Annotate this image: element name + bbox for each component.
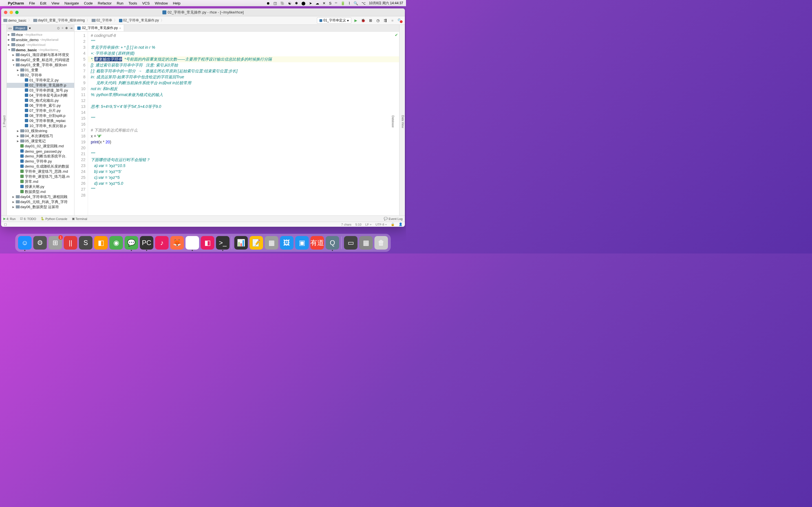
inspections-indicator[interactable]: 👤 — [399, 223, 403, 226]
dock-pycharm[interactable]: PC — [140, 236, 153, 249]
dock-wechat[interactable]: 💬 — [124, 236, 138, 249]
breadcrumbs[interactable]: demo_basic 〉 day03_变量_字符串_模块string 〉 02_… — [3, 18, 165, 23]
tree-folder[interactable]: ▶day02_变量_标志符_代码缩进 — [7, 57, 74, 62]
tray-icon[interactable]: ✕ — [322, 1, 326, 5]
tree-folder[interactable]: ▼day03_变量_字符串_模块stri — [7, 62, 74, 68]
dock-folder2[interactable]: ▦ — [359, 236, 373, 249]
tree-folder[interactable]: ▶day05_元组_列表_字典_字符 — [7, 200, 74, 205]
menu-edit[interactable]: Edit — [40, 1, 46, 5]
dock-parallels[interactable]: || — [64, 236, 77, 249]
tab-project[interactable]: 1: Project — [2, 114, 6, 129]
dock-finder[interactable]: ☺ — [18, 236, 32, 249]
dock-notes[interactable]: 📝 — [250, 236, 263, 249]
tree-file[interactable]: demo_字符串.py — [7, 159, 74, 164]
battery-icon[interactable]: 🔋 — [341, 1, 345, 5]
tree-folder[interactable]: ▶ansible_demo~/mylike/ansil — [7, 37, 74, 42]
app-name[interactable]: PyCharm — [8, 1, 24, 5]
menu-refactor[interactable]: Refactor — [98, 1, 112, 5]
dock-sublime[interactable]: S — [79, 236, 93, 249]
run-button[interactable]: ▶ — [353, 18, 359, 23]
settings-icon[interactable]: ✱ — [65, 26, 68, 30]
dock-preview[interactable]: 🖼 — [280, 236, 294, 249]
tray-icon[interactable]: ⏺ — [266, 1, 270, 5]
readonly-indicator[interactable]: 🔒 — [391, 223, 395, 226]
tree-file[interactable]: demo_判断当前系统平台. — [7, 154, 74, 159]
dock-trash[interactable]: 🗑 — [374, 236, 388, 249]
hide-icon[interactable]: ⇥ — [70, 26, 72, 30]
dock-settings[interactable]: ⚙ — [33, 236, 47, 249]
menu-tools[interactable]: Tools — [129, 1, 137, 5]
run-config-selector[interactable]: 01_字符串定义 ▾ — [317, 17, 351, 24]
menu-window[interactable]: Window — [155, 1, 168, 5]
tab-run[interactable]: ▶4: Run — [3, 217, 15, 221]
file-encoding[interactable]: UTF-8 ÷ — [375, 223, 387, 226]
tree-folder[interactable]: ▶05_课堂笔记 — [7, 138, 74, 144]
menu-file[interactable]: File — [29, 1, 35, 5]
dock-quicktime[interactable]: Q — [326, 236, 339, 249]
tree-file[interactable]: 08_字符串_分割split.p — [7, 113, 74, 118]
control-center-icon[interactable]: ⌥ — [361, 1, 366, 5]
spotlight-icon[interactable]: 🔍 — [354, 1, 358, 5]
tab-dataview[interactable]: Data View — [401, 114, 405, 129]
tree-folder[interactable]: ▶04_本次课程练习 — [7, 133, 74, 138]
tree-file[interactable]: 09_字符串替换_replac — [7, 118, 74, 123]
expand-icon[interactable]: ÷ — [61, 26, 63, 30]
cursor-position[interactable]: 5:10 — [355, 223, 361, 226]
dock-chrome[interactable]: ◎ — [186, 236, 199, 249]
dock-app2[interactable]: ♪ — [155, 236, 168, 249]
tree-folder[interactable]: ▼02_字符串 — [7, 73, 74, 78]
coverage-button[interactable]: ⊞ — [368, 18, 373, 23]
dock-app3[interactable]: ▦ — [265, 236, 278, 249]
line-separator[interactable]: LF ÷ — [365, 223, 371, 226]
tray-icon[interactable]: ✱ — [295, 1, 298, 5]
dock-launchpad[interactable]: ⊞1 — [49, 236, 62, 249]
dock-figma[interactable]: ◧ — [201, 236, 214, 249]
tree-file[interactable]: 字符串_课堂练习_练习题.m — [7, 174, 74, 179]
menu-help[interactable]: Help — [173, 1, 181, 5]
dock-monitor[interactable]: 📊 — [234, 236, 248, 249]
tree-folder[interactable]: ▶day01_项目讲解与基本环境安 — [7, 52, 74, 57]
attach-button[interactable]: ⇶ — [382, 18, 388, 23]
tree-folder[interactable]: ▶day04_字符串练习_课程回顾 — [7, 194, 74, 200]
tab-todo[interactable]: ☑6: TODO — [20, 217, 36, 221]
menubar-clock[interactable]: 10月8日 周六 14:44:37 — [369, 1, 403, 6]
dock-firefox[interactable]: 🦊 — [170, 236, 184, 249]
tree-file[interactable]: 异常.md — [7, 179, 74, 184]
profile-button[interactable]: ◷ — [375, 18, 380, 23]
tree-file[interactable]: demo_gen_passwd.py — [7, 149, 74, 154]
tray-icon[interactable]: ☁ — [315, 1, 319, 5]
tab-terminal[interactable]: ▣Terminal — [72, 217, 87, 221]
tree-file[interactable]: day01_02_课堂回顾.md — [7, 144, 74, 149]
dock-folder1[interactable]: ▭ — [344, 236, 357, 249]
tree-folder[interactable]: ▶day06_数据类型 运算符 — [7, 205, 74, 210]
tree-folder[interactable]: ▶cloud~/mylike/cloud — [7, 42, 74, 47]
tree-file[interactable]: 06_字符串_索引.py — [7, 103, 74, 108]
tree-file[interactable]: 03_字符串拼接_加号.py — [7, 88, 74, 93]
menu-code[interactable]: Code — [84, 1, 93, 5]
tree-file[interactable]: 数据类型.md — [7, 189, 74, 194]
tree-file[interactable]: demo_生成随机长度的数据 — [7, 164, 74, 169]
tree-file[interactable]: 01_字符串定义.py — [7, 78, 74, 83]
menu-navigate[interactable]: Navigate — [64, 1, 79, 5]
event-log[interactable]: 💬Event Log — [384, 217, 403, 221]
tree-folder[interactable]: ▼demo_basic~/mylike/demo_ — [7, 47, 74, 52]
code-editor[interactable]: ✔ 12345678910111213141516171819202122232… — [74, 32, 399, 216]
tray-icon[interactable]: ◫ — [273, 1, 277, 5]
dock-zoom[interactable]: ▣ — [295, 236, 309, 249]
wifi-icon[interactable]: ⌇ — [349, 1, 350, 5]
chevron-down-icon[interactable]: ▾ — [29, 26, 31, 30]
tree-file[interactable]: 10_字符串_长度比较.p — [7, 123, 74, 128]
dock-youdao[interactable]: 有道 — [310, 236, 324, 249]
dock-terminal[interactable]: >_ — [216, 236, 230, 249]
status-indicator[interactable]: ▢ — [4, 223, 7, 226]
collapse-icon[interactable]: ⊙ — [57, 26, 60, 30]
dock-wechat-work[interactable]: ◉ — [109, 236, 123, 249]
bluetooth-icon[interactable]: ⌔ — [335, 1, 337, 5]
tree-file[interactable]: 02_字符串_常见操作.p — [7, 83, 74, 88]
editor-tab[interactable]: 02_字符串_常见操作.py × — [74, 25, 124, 31]
menu-run[interactable]: Run — [117, 1, 123, 5]
tray-icon[interactable]: 🐘 — [280, 1, 285, 5]
tree-file[interactable]: 04_字符串星号及in判断 — [7, 93, 74, 98]
notification-badge[interactable] — [399, 20, 403, 24]
tray-icon[interactable]: S — [329, 1, 332, 5]
